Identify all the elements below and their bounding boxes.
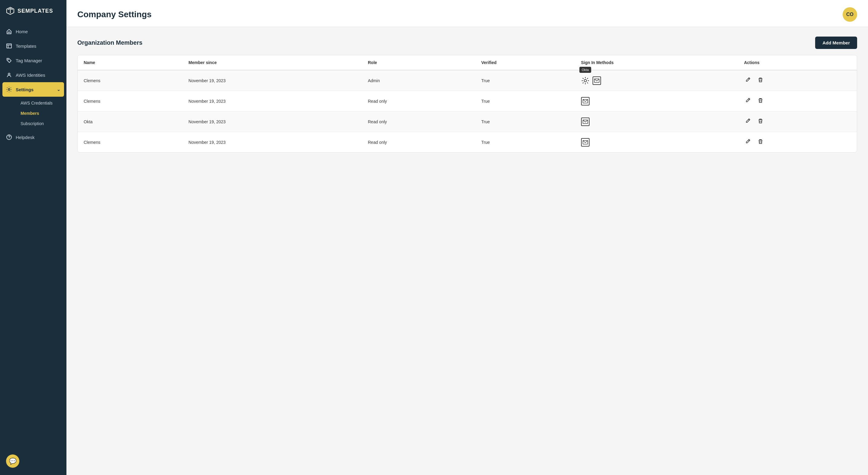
sidebar-item-aws-identities-label: AWS Identities — [16, 72, 45, 78]
email-icon[interactable] — [593, 77, 601, 85]
sidebar-item-tag-manager-label: Tag Manager — [16, 58, 42, 63]
col-sign-in-methods: Sign In Methods — [575, 55, 738, 70]
table-row: OktaNovember 19, 2023Read onlyTrue — [78, 112, 857, 132]
col-verified: Verified — [475, 55, 575, 70]
svg-line-27 — [748, 119, 749, 120]
sidebar-item-settings[interactable]: Settings ⌄ — [2, 82, 64, 97]
delete-button[interactable] — [756, 96, 765, 106]
members-table-container: Name Member since Role Verified Sign In … — [77, 55, 857, 153]
table-header-row: Name Member since Role Verified Sign In … — [78, 55, 857, 70]
main-content: Company Settings CO Organization Members… — [66, 0, 868, 475]
edit-button[interactable] — [744, 117, 752, 126]
cell-name: Clemens — [78, 91, 182, 112]
cell-actions — [738, 112, 857, 132]
sidebar-item-home[interactable]: Home — [0, 24, 66, 39]
cell-sign-in-methods: Okta — [575, 70, 738, 91]
subnav-item-members[interactable]: Members — [16, 108, 66, 118]
svg-line-16 — [587, 78, 588, 79]
brand-name: SEMPLATES — [18, 8, 53, 14]
chat-icon: 💬 — [9, 457, 17, 465]
cell-member-since: November 19, 2023 — [182, 70, 362, 91]
cell-actions — [738, 70, 857, 91]
svg-line-17 — [583, 82, 584, 83]
subnav-item-subscription[interactable]: Subscription — [16, 118, 66, 129]
sidebar-item-settings-label: Settings — [16, 87, 33, 92]
table-row: ClemensNovember 19, 2023Read onlyTrue — [78, 91, 857, 112]
edit-button[interactable] — [744, 138, 752, 147]
delete-button[interactable] — [756, 138, 765, 147]
delete-button[interactable] — [756, 117, 765, 126]
cell-verified: True — [475, 91, 575, 112]
page-title: Company Settings — [77, 10, 152, 19]
email-icon[interactable] — [581, 118, 590, 126]
cell-verified: True — [475, 112, 575, 132]
email-icon[interactable] — [581, 97, 590, 106]
edit-icon — [745, 77, 750, 83]
sidebar-bottom: 💬 — [0, 450, 66, 475]
edit-icon — [745, 98, 750, 103]
cell-verified: True — [475, 70, 575, 91]
templates-icon — [6, 43, 12, 49]
edit-icon — [745, 139, 750, 144]
delete-icon — [758, 77, 763, 83]
sign-in-methods-container — [581, 118, 732, 126]
delete-button[interactable] — [756, 76, 765, 85]
sidebar-item-templates[interactable]: Templates — [0, 39, 66, 53]
cell-role: Read only — [362, 112, 475, 132]
svg-point-7 — [8, 89, 10, 90]
svg-line-23 — [748, 99, 749, 100]
helpdesk-icon — [6, 134, 12, 140]
email-svg — [583, 120, 588, 124]
col-member-since: Member since — [182, 55, 362, 70]
members-table: Name Member since Role Verified Sign In … — [78, 55, 857, 152]
cell-actions — [738, 132, 857, 153]
brand-logo[interactable]: SEMPLATES — [0, 0, 66, 22]
col-name: Name — [78, 55, 182, 70]
home-icon — [6, 28, 12, 34]
chat-button[interactable]: 💬 — [6, 454, 19, 468]
svg-point-5 — [8, 59, 8, 60]
sidebar-item-aws-identities[interactable]: AWS Identities — [0, 68, 66, 82]
sign-in-methods-container — [581, 138, 732, 147]
section-header: Organization Members Add Member — [77, 36, 857, 49]
svg-line-31 — [748, 140, 749, 141]
logo-icon — [6, 7, 14, 15]
sidebar-item-helpdesk[interactable]: Helpdesk — [0, 130, 66, 144]
sidebar-item-home-label: Home — [16, 29, 28, 34]
email-svg — [583, 140, 588, 144]
table-row: ClemensNovember 19, 2023Read onlyTrue — [78, 132, 857, 153]
subnav-item-aws-credentials[interactable]: AWS Credentials — [16, 98, 66, 108]
add-member-button[interactable]: Add Member — [815, 36, 857, 49]
sidebar-item-tag-manager[interactable]: Tag Manager — [0, 53, 66, 68]
okta-icon[interactable]: Okta — [581, 77, 590, 85]
svg-point-9 — [584, 80, 587, 82]
cell-member-since: November 19, 2023 — [182, 91, 362, 112]
cell-actions — [738, 91, 857, 112]
edit-button[interactable] — [744, 76, 752, 85]
tag-icon — [6, 57, 12, 63]
sidebar-item-helpdesk-label: Helpdesk — [16, 135, 35, 140]
cell-role: Read only — [362, 91, 475, 112]
delete-icon — [758, 98, 763, 103]
svg-line-14 — [583, 78, 584, 79]
cell-sign-in-methods — [575, 132, 738, 153]
cell-sign-in-methods — [575, 112, 738, 132]
sign-in-methods-container — [581, 97, 732, 106]
aws-icon — [6, 72, 12, 78]
section-title: Organization Members — [77, 39, 143, 46]
svg-line-19 — [748, 78, 749, 79]
topbar: Company Settings CO — [66, 0, 868, 27]
col-actions: Actions — [738, 55, 857, 70]
sidebar-item-templates-label: Templates — [16, 43, 36, 49]
cell-sign-in-methods — [575, 91, 738, 112]
content-area: Organization Members Add Member Name Mem… — [66, 27, 868, 475]
settings-subnav: AWS Credentials Members Subscription — [0, 97, 66, 130]
email-icon[interactable] — [581, 138, 590, 147]
sidebar-nav: Home Templates Tag Manager AW — [0, 22, 66, 450]
avatar[interactable]: CO — [843, 7, 857, 22]
cell-member-since: November 19, 2023 — [182, 112, 362, 132]
email-svg — [583, 99, 588, 103]
email-svg — [594, 79, 599, 83]
chevron-down-icon: ⌄ — [57, 87, 60, 92]
edit-button[interactable] — [744, 96, 752, 106]
